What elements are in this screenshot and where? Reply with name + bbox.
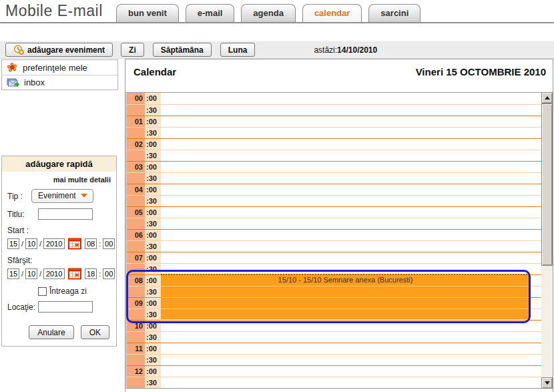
calendar-slot[interactable] xyxy=(161,173,541,184)
sidebar-item-preferences[interactable]: preferinţele mele xyxy=(2,60,117,75)
calendar-panel: Calendar Vineri 15 OCTOMBRIE 2010 00:00:… xyxy=(125,59,553,392)
week-view-button[interactable]: Săptămâna xyxy=(153,43,212,57)
minute-label: :00 xyxy=(145,275,161,286)
hour-label xyxy=(127,264,145,274)
calendar-slot[interactable] xyxy=(161,162,541,172)
type-label: Tip : xyxy=(7,192,31,201)
hour-label: 12 xyxy=(127,366,145,377)
calendar-slot[interactable] xyxy=(161,105,541,116)
end-datepicker-button[interactable] xyxy=(68,268,81,280)
hour-label: 03 xyxy=(127,162,145,172)
minute-label: :30 xyxy=(145,264,161,274)
start-year-input[interactable] xyxy=(43,238,65,249)
quick-add-title: adăugare rapidă xyxy=(2,156,116,172)
date-separator: / xyxy=(21,270,24,278)
minute-label: :00 xyxy=(145,162,161,172)
calendar-slot[interactable] xyxy=(161,366,541,377)
sidebar-item-label: inbox xyxy=(24,77,45,87)
calendar-slot[interactable] xyxy=(161,332,541,343)
vertical-scrollbar xyxy=(541,92,553,389)
time-row-0730: :30 xyxy=(127,263,541,274)
calendar-slot[interactable] xyxy=(161,196,541,206)
hour-label: 05 xyxy=(127,207,145,218)
minute-label: :30 xyxy=(145,218,161,229)
event-title: 15/10 - 15/10 Semnare anexa (Bucuresti) xyxy=(161,275,530,285)
type-select[interactable]: Eveniment xyxy=(31,189,93,203)
tab-e-mail[interactable]: e-mail xyxy=(186,4,235,23)
cancel-button[interactable]: Anulare xyxy=(29,325,73,339)
tab-sarcini[interactable]: sarcini xyxy=(368,4,421,23)
add-event-button[interactable]: adăugare eveniment xyxy=(5,43,113,57)
time-row-0230: :30 xyxy=(127,150,541,161)
hour-label: 09 xyxy=(127,298,145,309)
day-view-button[interactable]: Zi xyxy=(121,43,144,57)
start-minute-input[interactable] xyxy=(103,238,115,249)
start-datepicker-button[interactable] xyxy=(68,238,81,250)
sidebar-item-inbox[interactable]: inbox xyxy=(2,75,117,89)
start-month-input[interactable] xyxy=(25,238,37,249)
calendar-slot[interactable] xyxy=(161,218,541,229)
calendar-slot[interactable] xyxy=(161,207,541,218)
calendar-slot[interactable] xyxy=(161,128,541,138)
hour-label xyxy=(127,309,145,320)
time-separator: : xyxy=(98,270,101,278)
scroll-down-button[interactable] xyxy=(541,377,553,389)
location-input[interactable] xyxy=(38,301,93,313)
hour-label: 08 xyxy=(127,275,145,286)
calendar-slot[interactable] xyxy=(161,241,541,252)
start-hour-input[interactable] xyxy=(85,238,97,249)
hour-label: 10 xyxy=(127,321,145,331)
minute-label: :30 xyxy=(145,286,161,297)
time-row-0330: :30 xyxy=(127,172,541,184)
toolbar: adăugare eveniment Zi Săptămâna Luna ast… xyxy=(0,41,554,59)
tab-bun-venit[interactable]: bun venit xyxy=(116,4,179,23)
calendar-slot[interactable] xyxy=(161,343,541,354)
all-day-label: Întreaga zi xyxy=(49,286,87,296)
month-view-button[interactable]: Luna xyxy=(220,43,256,57)
calendar-event[interactable]: 15/10 - 15/10 Semnare anexa (Bucuresti) xyxy=(161,274,530,319)
end-year-input[interactable] xyxy=(43,268,65,279)
time-row-1230: :30 xyxy=(127,377,541,388)
scrollbar-thumb[interactable] xyxy=(541,104,553,266)
end-day-input[interactable] xyxy=(7,268,19,279)
scroll-up-button[interactable] xyxy=(541,92,553,104)
end-month-input[interactable] xyxy=(25,268,37,279)
calendar-slot[interactable] xyxy=(161,150,541,161)
end-minute-input[interactable] xyxy=(103,268,115,279)
sidebar-item-label: preferinţele mele xyxy=(23,63,87,73)
minute-label: :30 xyxy=(145,241,161,252)
all-day-checkbox[interactable] xyxy=(38,287,47,296)
chevron-down-icon xyxy=(81,194,87,198)
calendar-slot[interactable] xyxy=(161,355,541,365)
calendar-slot[interactable] xyxy=(161,230,541,240)
quick-add-panel: adăugare rapidă mai multe detalii Tip : … xyxy=(1,156,117,347)
calendar-slot[interactable] xyxy=(161,184,541,195)
hour-label: 02 xyxy=(127,139,145,150)
calendar-picker-icon xyxy=(68,238,81,250)
calendar-slot[interactable] xyxy=(161,264,541,274)
tab-calendar[interactable]: calendar xyxy=(302,4,362,23)
minute-label: :30 xyxy=(145,196,161,206)
minute-label: :30 xyxy=(145,150,161,161)
start-day-input[interactable] xyxy=(7,238,19,249)
type-select-value: Eveniment xyxy=(38,191,76,200)
minute-label: :00 xyxy=(145,230,161,240)
calendar-slot[interactable] xyxy=(161,321,541,331)
end-hour-input[interactable] xyxy=(85,268,97,279)
more-details-link[interactable]: mai multe detalii xyxy=(2,172,116,184)
time-row-0300: 03:00 xyxy=(127,161,541,172)
calendar-slot[interactable] xyxy=(161,93,541,104)
ok-button[interactable]: OK xyxy=(81,325,109,339)
calendar-slot[interactable] xyxy=(161,139,541,150)
sidebar-shortcuts: preferinţele mele inbox xyxy=(1,59,118,90)
minute-label: :00 xyxy=(145,366,161,377)
calendar-slot[interactable] xyxy=(161,252,541,263)
minute-label: :00 xyxy=(145,298,161,309)
calendar-slot[interactable] xyxy=(161,377,541,388)
date-separator: / xyxy=(39,240,42,248)
tab-agenda[interactable]: agenda xyxy=(241,4,296,23)
location-label: Locaţie: xyxy=(7,303,38,312)
hour-label xyxy=(127,173,145,184)
calendar-slot[interactable] xyxy=(161,116,541,127)
title-input[interactable] xyxy=(38,208,93,220)
